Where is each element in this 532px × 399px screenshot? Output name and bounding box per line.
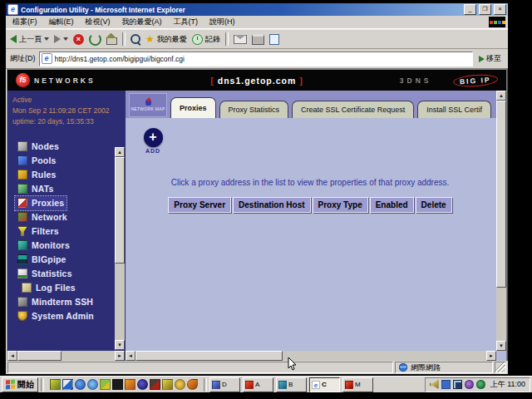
search-button[interactable] — [131, 34, 140, 44]
sidebar-item-monitors[interactable]: Monitors — [15, 239, 72, 253]
sidebar-item-filters[interactable]: Filters — [15, 224, 62, 239]
print-button[interactable] — [252, 34, 264, 45]
content-vertical-scrollbar[interactable]: ▲ ▼ — [496, 91, 506, 351]
title-bar[interactable]: e Configuration Utility - Microsoft Inte… — [6, 3, 508, 16]
display-icon[interactable] — [453, 380, 462, 389]
back-button[interactable]: 上一頁 — [10, 34, 49, 45]
sidebar-item-logfiles[interactable]: Log Files — [15, 281, 78, 295]
quick-launch-icon-5[interactable] — [100, 379, 111, 390]
menu-help[interactable]: 說明(H) — [204, 17, 241, 27]
tab-create-ssl-certificate-request[interactable]: Create SSL Certificate Request — [292, 101, 414, 118]
quick-launch-icon-1[interactable] — [50, 379, 61, 390]
task-button-3[interactable]: B — [276, 377, 307, 392]
scroll-left-icon[interactable]: ◄ — [7, 351, 17, 361]
home-button[interactable] — [106, 37, 117, 45]
menu-view[interactable]: 檢視(V) — [80, 17, 116, 27]
task-button-2[interactable]: A — [243, 377, 273, 392]
app-tray-icon-2[interactable] — [476, 380, 485, 389]
column-delete[interactable]: Delete — [416, 197, 452, 213]
scroll-right-icon[interactable]: ► — [115, 351, 125, 361]
network-map-button[interactable]: NETWORK MAP — [129, 93, 167, 117]
quick-launch-icon-3[interactable] — [75, 379, 86, 390]
tab-proxy-statistics[interactable]: Proxy Statistics — [219, 101, 289, 118]
f5-header-links: 3DNS BIG IP — [400, 75, 498, 86]
status-bar: 網際網路 — [6, 361, 508, 374]
task-button-5[interactable]: M — [342, 377, 373, 392]
zone-label: 網際網路 — [411, 362, 441, 373]
task-button-active-ie[interactable]: e C — [309, 377, 340, 392]
sidebar-item-statistics[interactable]: Statistics — [15, 267, 75, 281]
quick-launch-icon-12[interactable] — [187, 379, 198, 390]
menu-edit[interactable]: 編輯(E) — [43, 17, 80, 27]
tab-strip: NETWORK MAP Proxies Proxy Statistics Cre… — [126, 91, 506, 118]
menu-file[interactable]: 檔案(F) — [7, 17, 43, 27]
quick-launch-icon-11[interactable] — [175, 379, 185, 390]
volume-icon[interactable] — [430, 380, 439, 389]
column-enabled[interactable]: Enabled — [370, 197, 414, 213]
column-destination-host[interactable]: Destination Host — [233, 197, 310, 213]
menu-tools[interactable]: 工具(T) — [168, 17, 204, 27]
scroll-down-icon[interactable]: ▼ — [115, 340, 125, 350]
main-frame: NETWORK MAP Proxies Proxy Statistics Cre… — [126, 91, 506, 361]
sidebar-item-proxies[interactable]: Proxies — [15, 196, 66, 210]
stop-button[interactable]: × — [73, 34, 84, 45]
link-3dns[interactable]: 3DNS — [400, 76, 432, 85]
sidebar-item-network[interactable]: Network — [15, 210, 70, 224]
scrollbar-thumb[interactable] — [496, 101, 506, 288]
scroll-right-icon[interactable]: ► — [486, 351, 496, 361]
clock[interactable]: 上午 11:00 — [488, 379, 525, 390]
history-button[interactable]: 記錄 — [192, 34, 220, 45]
scroll-left-icon[interactable]: ◄ — [126, 351, 135, 361]
forward-button[interactable] — [54, 35, 68, 43]
scrollbar-thumb[interactable] — [115, 157, 125, 264]
refresh-button[interactable] — [89, 33, 101, 46]
scrollbar-thumb[interactable] — [135, 351, 283, 361]
sidebar-horizontal-scrollbar[interactable]: ◄ ► — [7, 351, 125, 361]
column-proxy-server[interactable]: Proxy Server — [168, 197, 231, 213]
quick-launch-icon-10[interactable] — [162, 379, 173, 390]
tab-install-ssl-certificate[interactable]: Install SSL Certif — [417, 101, 491, 118]
app-tray-icon-1[interactable] — [465, 380, 474, 389]
statistics-icon — [17, 268, 27, 278]
sidebar-item-mindterm-ssh[interactable]: Mindterm SSH — [15, 295, 96, 309]
quick-launch-icon-9[interactable] — [150, 379, 160, 390]
quick-launch-icon-2[interactable] — [62, 379, 73, 390]
sidebar-item-nodes[interactable]: Nodes — [15, 140, 62, 154]
address-input-wrap: e — [39, 52, 474, 66]
rules-icon — [17, 170, 27, 180]
content-horizontal-scrollbar[interactable]: ◄ ► — [126, 351, 496, 361]
link-bigip[interactable]: BIG IP — [453, 73, 498, 88]
edit-button[interactable] — [269, 34, 279, 45]
sidebar-item-pools[interactable]: Pools — [15, 154, 59, 168]
close-button[interactable]: × — [494, 4, 506, 15]
input-method-icon[interactable] — [441, 380, 451, 389]
quick-launch-icon-8[interactable] — [137, 379, 148, 390]
address-input[interactable] — [55, 55, 471, 63]
sidebar-item-nats[interactable]: NATs — [15, 182, 57, 196]
resize-grip[interactable] — [495, 362, 506, 373]
go-button[interactable]: 移至 — [476, 53, 504, 64]
quick-launch-icon-6[interactable] — [112, 379, 123, 390]
menu-favorites[interactable]: 我的最愛(A) — [116, 17, 168, 27]
scroll-up-icon[interactable]: ▲ — [115, 147, 125, 157]
minimize-button[interactable]: _ — [464, 4, 476, 15]
quick-launch-icon-4[interactable] — [87, 379, 98, 390]
quick-launch-icon-7[interactable] — [125, 379, 135, 390]
network-map-icon — [145, 99, 152, 106]
tab-proxies[interactable]: Proxies — [170, 97, 216, 118]
sidebar-item-bigpipe[interactable]: BIGpipe — [15, 253, 69, 267]
scroll-up-icon[interactable]: ▲ — [496, 91, 506, 101]
maximize-button[interactable]: ❐ — [479, 4, 491, 15]
sidebar-vertical-scrollbar[interactable]: ▲ ▼ — [115, 147, 125, 350]
task-button-1[interactable]: D — [209, 377, 240, 392]
scrollbar-thumb[interactable] — [17, 351, 62, 361]
add-proxy-button[interactable]: + ADD — [139, 128, 167, 154]
start-button[interactable]: 開始 — [2, 377, 38, 392]
column-proxy-type[interactable]: Proxy Type — [313, 197, 368, 213]
sidebar-item-system-admin[interactable]: System Admin — [15, 309, 96, 323]
status-datetime: Mon Sep 2 11:09:28 CET 2002 — [12, 106, 126, 116]
sidebar-item-rules[interactable]: Rules — [15, 168, 59, 182]
scroll-down-icon[interactable]: ▼ — [496, 341, 506, 351]
favorites-button[interactable]: ★ 我的最愛 — [145, 34, 187, 45]
mail-button[interactable] — [234, 35, 247, 44]
